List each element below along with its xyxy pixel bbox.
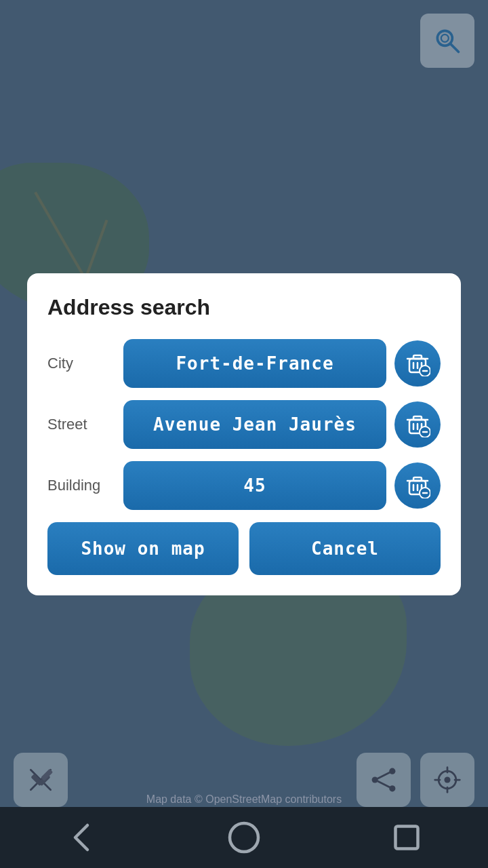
- address-search-dialog: Address search City Fort-de-France: [27, 273, 461, 595]
- street-label: Street: [47, 416, 115, 433]
- modal-overlay: Address search City Fort-de-France: [0, 0, 488, 868]
- building-delete-button[interactable]: [394, 462, 441, 509]
- city-input[interactable]: Fort-de-France: [123, 339, 386, 388]
- street-row: Street Avenue Jean Jaurès: [47, 400, 441, 449]
- svg-rect-32: [413, 416, 422, 420]
- building-input[interactable]: 45: [123, 461, 386, 510]
- street-input[interactable]: Avenue Jean Jaurès: [123, 400, 386, 449]
- city-delete-button[interactable]: [394, 340, 441, 387]
- svg-rect-40: [413, 477, 422, 481]
- city-row: City Fort-de-France: [47, 339, 441, 388]
- street-delete-button[interactable]: [394, 401, 441, 448]
- dialog-title: Address search: [47, 295, 441, 320]
- svg-rect-24: [413, 355, 422, 359]
- building-label: Building: [47, 477, 115, 494]
- show-on-map-button[interactable]: Show on map: [47, 522, 239, 575]
- dialog-actions: Show on map Cancel: [47, 522, 441, 575]
- building-row: Building 45: [47, 461, 441, 510]
- city-label: City: [47, 355, 115, 372]
- cancel-button[interactable]: Cancel: [249, 522, 441, 575]
